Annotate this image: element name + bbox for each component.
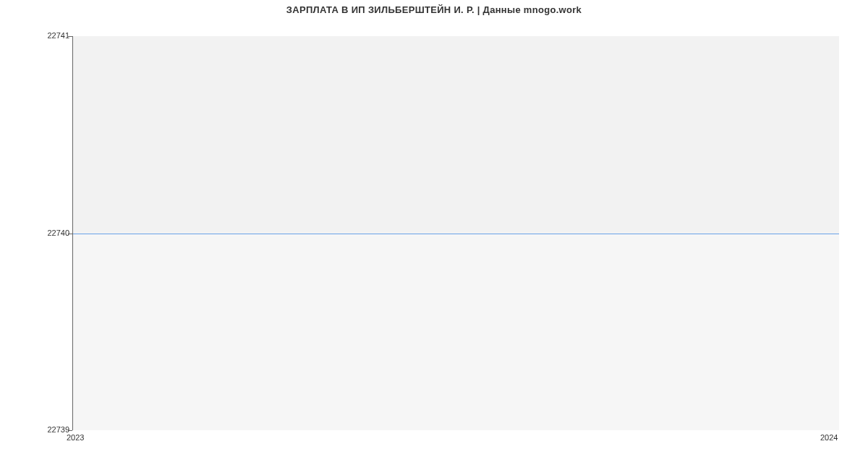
salary-line-chart: ЗАРПЛАТА В ИП ЗИЛЬБЕРШТЕЙН И. Р. | Данны… (0, 0, 868, 448)
y-tick-label: 22739 (35, 426, 69, 434)
y-tick-label: 22741 (35, 32, 69, 40)
x-tick-label: 2023 (67, 433, 84, 442)
y-tick-label: 22740 (35, 229, 69, 237)
chart-title: ЗАРПЛАТА В ИП ЗИЛЬБЕРШТЕЙН И. Р. | Данны… (0, 4, 868, 15)
area-fill (72, 36, 839, 234)
x-tick-label: 2024 (820, 433, 838, 442)
series-line (72, 234, 839, 234)
y-axis-line (72, 36, 73, 430)
